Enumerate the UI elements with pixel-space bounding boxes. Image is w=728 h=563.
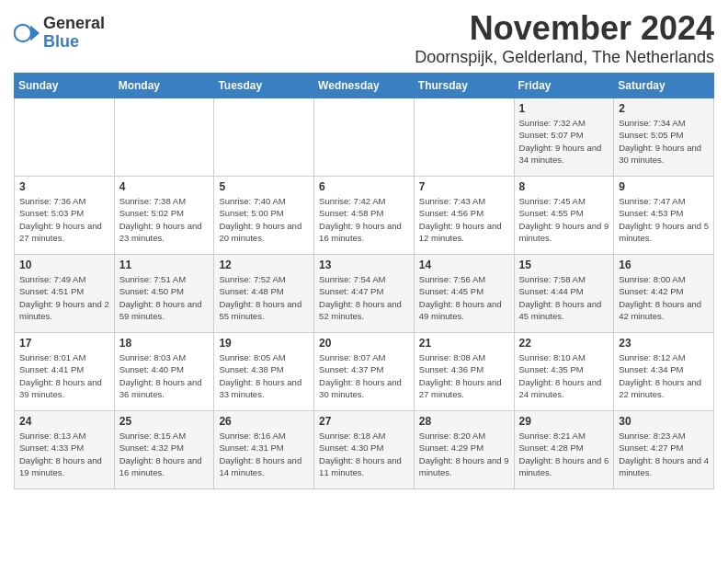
week-row-1: 1Sunrise: 7:32 AM Sunset: 5:07 PM Daylig…	[15, 98, 714, 177]
day-cell: 29Sunrise: 8:21 AM Sunset: 4:28 PM Dayli…	[514, 411, 614, 489]
column-header-wednesday: Wednesday	[314, 74, 415, 98]
column-header-thursday: Thursday	[414, 74, 514, 98]
day-cell: 2Sunrise: 7:34 AM Sunset: 5:05 PM Daylig…	[614, 98, 714, 177]
day-info: Sunrise: 8:16 AM Sunset: 4:31 PM Dayligh…	[219, 430, 309, 478]
day-cell: 18Sunrise: 8:03 AM Sunset: 4:40 PM Dayli…	[114, 333, 214, 411]
day-number: 27	[319, 415, 409, 428]
day-cell: 23Sunrise: 8:12 AM Sunset: 4:34 PM Dayli…	[614, 333, 714, 411]
day-info: Sunrise: 7:58 AM Sunset: 4:44 PM Dayligh…	[519, 273, 609, 322]
page-header: General Blue November 2024 Doornspijk, G…	[14, 9, 714, 67]
day-info: Sunrise: 7:34 AM Sunset: 5:05 PM Dayligh…	[619, 117, 709, 166]
day-number: 12	[219, 259, 309, 271]
day-cell	[114, 98, 214, 177]
day-info: Sunrise: 7:45 AM Sunset: 4:55 PM Dayligh…	[519, 195, 609, 244]
month-title: November 2024	[415, 9, 714, 48]
day-number: 29	[519, 415, 609, 428]
day-info: Sunrise: 7:32 AM Sunset: 5:07 PM Dayligh…	[519, 117, 609, 166]
column-header-tuesday: Tuesday	[214, 74, 314, 98]
week-row-3: 10Sunrise: 7:49 AM Sunset: 4:51 PM Dayli…	[15, 255, 714, 333]
svg-marker-1	[30, 25, 40, 40]
day-number: 5	[219, 180, 309, 193]
calendar-body: 1Sunrise: 7:32 AM Sunset: 5:07 PM Daylig…	[15, 98, 714, 489]
day-cell: 5Sunrise: 7:40 AM Sunset: 5:00 PM Daylig…	[214, 177, 314, 255]
day-cell: 8Sunrise: 7:45 AM Sunset: 4:55 PM Daylig…	[514, 177, 614, 255]
day-cell: 17Sunrise: 8:01 AM Sunset: 4:41 PM Dayli…	[15, 333, 115, 411]
day-info: Sunrise: 8:20 AM Sunset: 4:29 PM Dayligh…	[419, 430, 509, 478]
day-info: Sunrise: 7:36 AM Sunset: 5:03 PM Dayligh…	[19, 195, 109, 244]
day-number: 30	[619, 415, 709, 428]
day-number: 26	[219, 415, 309, 428]
day-cell: 22Sunrise: 8:10 AM Sunset: 4:35 PM Dayli…	[514, 333, 614, 411]
day-number: 15	[519, 259, 609, 271]
day-info: Sunrise: 7:40 AM Sunset: 5:00 PM Dayligh…	[219, 195, 309, 244]
day-number: 21	[419, 337, 509, 350]
day-number: 7	[419, 180, 509, 193]
day-cell: 16Sunrise: 8:00 AM Sunset: 4:42 PM Dayli…	[614, 255, 714, 333]
week-row-2: 3Sunrise: 7:36 AM Sunset: 5:03 PM Daylig…	[15, 177, 714, 255]
day-info: Sunrise: 7:43 AM Sunset: 4:56 PM Dayligh…	[419, 195, 509, 244]
day-number: 25	[119, 415, 210, 428]
day-cell: 3Sunrise: 7:36 AM Sunset: 5:03 PM Daylig…	[15, 177, 115, 255]
day-number: 13	[319, 259, 409, 271]
calendar-header-row: SundayMondayTuesdayWednesdayThursdayFrid…	[15, 74, 714, 98]
day-info: Sunrise: 8:01 AM Sunset: 4:41 PM Dayligh…	[19, 351, 109, 400]
day-cell	[15, 98, 115, 177]
day-number: 24	[19, 415, 109, 428]
day-info: Sunrise: 8:13 AM Sunset: 4:33 PM Dayligh…	[19, 430, 109, 478]
column-header-friday: Friday	[514, 74, 614, 98]
day-info: Sunrise: 7:42 AM Sunset: 4:58 PM Dayligh…	[319, 195, 409, 244]
day-number: 23	[619, 337, 709, 350]
day-number: 17	[19, 337, 109, 350]
day-number: 18	[119, 337, 210, 350]
day-cell	[414, 98, 514, 177]
day-cell: 12Sunrise: 7:52 AM Sunset: 4:48 PM Dayli…	[214, 255, 314, 333]
day-cell: 13Sunrise: 7:54 AM Sunset: 4:47 PM Dayli…	[314, 255, 415, 333]
column-header-sunday: Sunday	[15, 74, 115, 98]
week-row-4: 17Sunrise: 8:01 AM Sunset: 4:41 PM Dayli…	[15, 333, 714, 411]
day-cell: 19Sunrise: 8:05 AM Sunset: 4:38 PM Dayli…	[214, 333, 314, 411]
day-info: Sunrise: 8:10 AM Sunset: 4:35 PM Dayligh…	[519, 351, 609, 400]
day-info: Sunrise: 8:12 AM Sunset: 4:34 PM Dayligh…	[619, 351, 709, 400]
day-cell: 21Sunrise: 8:08 AM Sunset: 4:36 PM Dayli…	[414, 333, 514, 411]
day-info: Sunrise: 8:00 AM Sunset: 4:42 PM Dayligh…	[619, 273, 709, 322]
day-cell: 14Sunrise: 7:56 AM Sunset: 4:45 PM Dayli…	[414, 255, 514, 333]
day-number: 14	[419, 259, 509, 271]
day-info: Sunrise: 8:21 AM Sunset: 4:28 PM Dayligh…	[519, 430, 609, 478]
week-row-5: 24Sunrise: 8:13 AM Sunset: 4:33 PM Dayli…	[15, 411, 714, 489]
day-number: 11	[119, 259, 210, 271]
day-info: Sunrise: 7:38 AM Sunset: 5:02 PM Dayligh…	[119, 195, 210, 244]
column-header-monday: Monday	[114, 74, 214, 98]
day-cell: 20Sunrise: 8:07 AM Sunset: 4:37 PM Dayli…	[314, 333, 415, 411]
day-number: 10	[19, 259, 109, 271]
logo-icon	[14, 20, 40, 46]
day-info: Sunrise: 7:54 AM Sunset: 4:47 PM Dayligh…	[319, 273, 409, 322]
day-cell: 30Sunrise: 8:23 AM Sunset: 4:27 PM Dayli…	[614, 411, 714, 489]
day-info: Sunrise: 8:08 AM Sunset: 4:36 PM Dayligh…	[419, 351, 509, 400]
location-title: Doornspijk, Gelderland, The Netherlands	[415, 48, 714, 67]
day-info: Sunrise: 8:07 AM Sunset: 4:37 PM Dayligh…	[319, 351, 409, 400]
day-cell: 1Sunrise: 7:32 AM Sunset: 5:07 PM Daylig…	[514, 98, 614, 177]
day-number: 28	[419, 415, 509, 428]
day-cell: 24Sunrise: 8:13 AM Sunset: 4:33 PM Dayli…	[15, 411, 115, 489]
day-cell: 28Sunrise: 8:20 AM Sunset: 4:29 PM Dayli…	[414, 411, 514, 489]
day-info: Sunrise: 7:51 AM Sunset: 4:50 PM Dayligh…	[119, 273, 210, 322]
column-header-saturday: Saturday	[614, 74, 714, 98]
day-info: Sunrise: 8:03 AM Sunset: 4:40 PM Dayligh…	[119, 351, 210, 400]
day-info: Sunrise: 8:23 AM Sunset: 4:27 PM Dayligh…	[619, 430, 709, 478]
day-number: 6	[319, 180, 409, 193]
day-cell	[214, 98, 314, 177]
day-number: 3	[19, 180, 109, 193]
day-number: 20	[319, 337, 409, 350]
day-number: 4	[119, 180, 210, 193]
day-info: Sunrise: 8:18 AM Sunset: 4:30 PM Dayligh…	[319, 430, 409, 478]
title-area: November 2024 Doornspijk, Gelderland, Th…	[415, 9, 714, 67]
day-cell: 27Sunrise: 8:18 AM Sunset: 4:30 PM Dayli…	[314, 411, 415, 489]
day-cell: 6Sunrise: 7:42 AM Sunset: 4:58 PM Daylig…	[314, 177, 415, 255]
day-info: Sunrise: 8:05 AM Sunset: 4:38 PM Dayligh…	[219, 351, 309, 400]
day-number: 9	[619, 180, 709, 193]
day-cell	[314, 98, 415, 177]
day-cell: 4Sunrise: 7:38 AM Sunset: 5:02 PM Daylig…	[114, 177, 214, 255]
day-number: 22	[519, 337, 609, 350]
day-number: 8	[519, 180, 609, 193]
day-info: Sunrise: 7:47 AM Sunset: 4:53 PM Dayligh…	[619, 195, 709, 244]
